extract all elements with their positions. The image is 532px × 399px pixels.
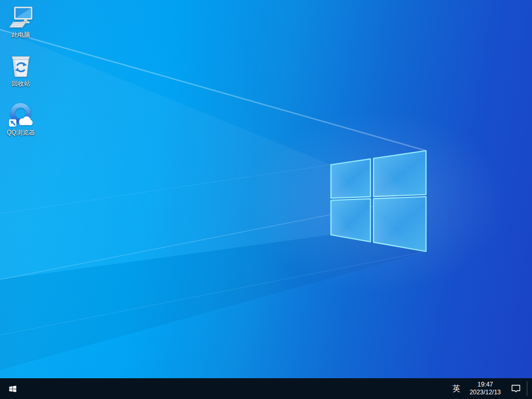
start-button[interactable] <box>0 378 25 399</box>
wallpaper-windows-flag <box>0 0 532 378</box>
qq-browser-icon <box>8 102 34 128</box>
recycle-bin-icon <box>8 53 34 79</box>
taskbar: 英 19:47 2023/12/13 <box>0 378 532 399</box>
system-tray: 英 19:47 2023/12/13 <box>447 378 532 399</box>
desktop-icon-qq-browser[interactable]: QQ浏览器 <box>1 102 41 136</box>
taskbar-clock[interactable]: 19:47 2023/12/13 <box>466 378 505 399</box>
clock-date: 2023/12/13 <box>470 389 501 396</box>
this-pc-icon <box>8 4 34 30</box>
input-method-indicator[interactable]: 英 <box>447 378 466 399</box>
show-desktop-strip[interactable] <box>527 381 532 396</box>
icon-label-recycle-bin: 回收站 <box>11 80 30 87</box>
icon-label-this-pc: 此电脑 <box>11 31 30 38</box>
icon-label-qq-browser: QQ浏览器 <box>7 129 35 136</box>
windows-start-icon <box>8 384 17 393</box>
clock-time: 19:47 <box>477 381 493 389</box>
desktop-surface: 此电脑 回收站 <box>0 0 532 378</box>
action-center-icon <box>510 383 522 394</box>
windows-flag-logo <box>331 151 426 251</box>
desktop-icon-this-pc[interactable]: 此电脑 <box>1 4 41 38</box>
desktop-icon-recycle-bin[interactable]: 回收站 <box>1 53 41 87</box>
action-center-button[interactable] <box>505 378 527 399</box>
